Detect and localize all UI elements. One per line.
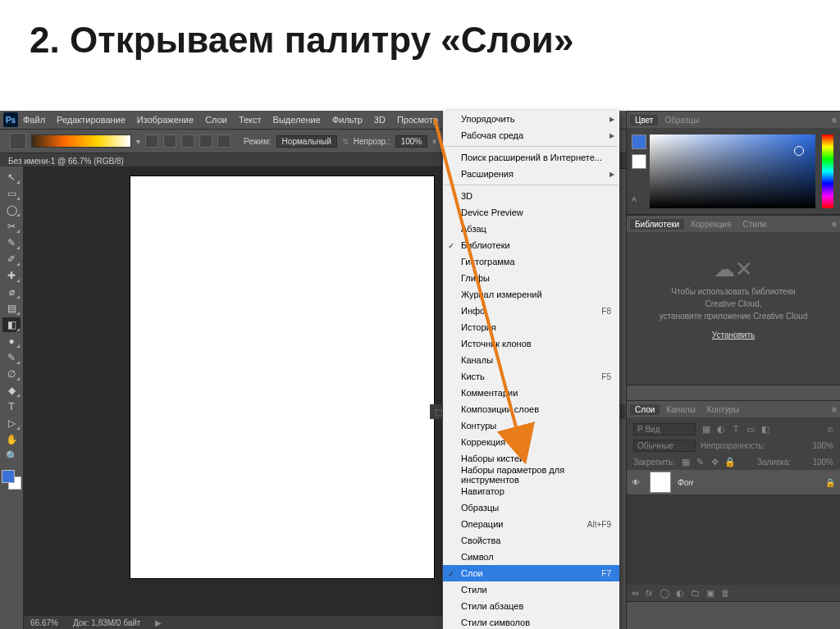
menu-item[interactable]: Стили [443,581,619,598]
panel-menu-icon[interactable]: ≡ [832,220,837,229]
layer-fill[interactable]: 100% [812,458,833,467]
menu-item[interactable]: Комментарии [443,385,619,401]
menu-item[interactable]: Упорядочить [443,111,619,127]
tool-pen[interactable]: ✎ [2,350,21,365]
menu-item[interactable]: Device Preview [443,204,619,221]
fx-icon[interactable]: fx [646,588,653,598]
window-menu-dropdown[interactable]: УпорядочитьРабочая средаПоиск расширений… [443,111,619,629]
tool-shape[interactable]: ◆ [2,383,21,398]
lock-position-icon[interactable]: ✥ [710,456,721,467]
menu-item[interactable]: Абзац [443,221,619,237]
foreground-background-swatch[interactable] [2,470,21,490]
opacity-field[interactable]: 100% [395,135,428,148]
gradient-linear-icon[interactable] [145,134,158,148]
tab-color[interactable]: Цвет [630,115,658,125]
menu-item[interactable]: Глифы [443,270,619,286]
gradient-reflected-icon[interactable] [199,134,212,148]
menu-item[interactable]: Каналы [443,352,619,368]
tool-gradient[interactable]: ◧ [2,317,21,332]
adjustment-icon[interactable]: ◐ [676,588,684,599]
menu-edit[interactable]: Редактирование [57,115,126,125]
zoom-readout[interactable]: 66.67% [30,618,58,627]
lock-transparent-icon[interactable]: ▦ [680,456,692,467]
menu-item[interactable]: История [443,319,619,335]
current-tool-icon[interactable] [10,133,26,149]
tab-channels[interactable]: Каналы [661,404,701,415]
tab-adjustments[interactable]: Коррекция [686,219,736,230]
menu-text[interactable]: Текст [239,115,262,125]
tool-lasso[interactable]: ◯ [2,203,21,217]
filter-text-icon[interactable]: T [730,423,742,435]
link-layers-icon[interactable]: ⇔ [632,588,639,599]
tool-hand[interactable]: ✋ [2,432,21,447]
menu-filter[interactable]: Фильтр [332,115,363,125]
layer-opacity[interactable]: 100% [812,441,833,450]
delete-layer-icon[interactable]: 🗑 [721,588,730,598]
menu-item[interactable]: СлоиF7 [443,565,619,581]
tool-crop[interactable]: ✂ [2,219,21,234]
color-cursor-icon[interactable] [794,146,804,156]
menu-item[interactable]: ИнфоF8 [443,303,619,319]
tool-heal[interactable]: ✐ [2,252,21,267]
gradient-preview[interactable] [31,134,131,148]
blend-mode-select[interactable]: Обычные [633,440,696,452]
gradient-radial-icon[interactable] [163,134,176,148]
menu-item[interactable]: Поиск расширений в Интернете... [443,149,619,166]
menu-item[interactable]: Наборы параметров для инструментов [443,467,619,483]
tool-blur[interactable]: ● [2,334,21,349]
tool-stamp[interactable]: ⌀ [2,285,21,299]
panel-menu-icon[interactable]: ≡ [832,405,837,414]
visibility-icon[interactable]: 👁 [632,478,643,487]
color-picker[interactable]: A [627,128,840,214]
canvas[interactable] [130,176,434,578]
layer-name[interactable]: Фон [678,478,693,487]
menu-view[interactable]: Просмотр [397,115,438,125]
menu-item[interactable]: Стили символов [443,614,619,629]
link-icon[interactable]: ⬚ [435,408,442,417]
menu-select[interactable]: Выделение [273,115,321,125]
gradient-diamond-icon[interactable] [217,134,231,148]
foreground-color[interactable] [2,470,15,483]
tool-dodge[interactable]: ∅ [2,367,21,381]
tool-brush[interactable]: ✚ [2,268,21,283]
menu-item[interactable]: Гистограмма [443,253,619,270]
menu-item[interactable]: Навигатор [443,483,619,499]
install-link[interactable]: Установить [712,330,756,340]
tool-zoom[interactable]: 🔍 [2,449,21,463]
tab-styles[interactable]: Стили [737,219,771,230]
lock-all-icon[interactable]: 🔒 [724,456,736,467]
lock-pixels-icon[interactable]: ✎ [695,456,706,467]
menu-item[interactable]: Контуры [443,417,619,434]
menu-item[interactable]: Источник клонов [443,335,619,352]
gradient-angle-icon[interactable] [181,134,194,148]
menu-file[interactable]: Файл [23,115,45,125]
panel-menu-icon[interactable]: ≡ [832,116,837,125]
layer-row[interactable]: 👁 Фон 🔒 [627,470,840,495]
menu-item[interactable]: Символ [443,549,619,565]
menu-item[interactable]: Библиотеки [443,237,619,253]
layer-kind-filter[interactable]: Р Вид [633,423,696,435]
filter-smart-icon[interactable]: ◧ [760,423,771,435]
tab-libraries[interactable]: Библиотеки [630,219,684,230]
menu-item[interactable]: ОперацииAlt+F9 [443,516,619,532]
color-swatch-fg[interactable] [632,134,646,149]
tool-marquee[interactable]: ▭ [2,186,21,201]
color-swatch-bg[interactable] [632,154,646,169]
menu-layers[interactable]: Слои [205,115,227,125]
menu-item[interactable]: КистьF5 [443,368,619,385]
tool-text[interactable]: T [2,399,21,414]
menu-item[interactable]: Образцы [443,499,619,516]
group-icon[interactable]: 🗀 [691,588,700,598]
tab-paths[interactable]: Контуры [702,404,744,415]
new-layer-icon[interactable]: ▣ [706,588,714,599]
tab-swatches[interactable]: Образцы [660,115,704,125]
menu-item[interactable]: Рабочая среда [443,127,619,144]
hue-slider[interactable] [822,134,833,208]
tool-move[interactable]: ↖ [2,170,21,185]
tool-path[interactable]: ▷ [2,416,21,431]
menu-item[interactable]: Свойства [443,532,619,549]
filter-shape-icon[interactable]: ▭ [745,423,756,435]
mask-icon[interactable]: ◯ [660,588,669,599]
menu-item[interactable]: Журнал измерений [443,286,619,303]
filter-adjust-icon[interactable]: ◐ [715,423,727,435]
